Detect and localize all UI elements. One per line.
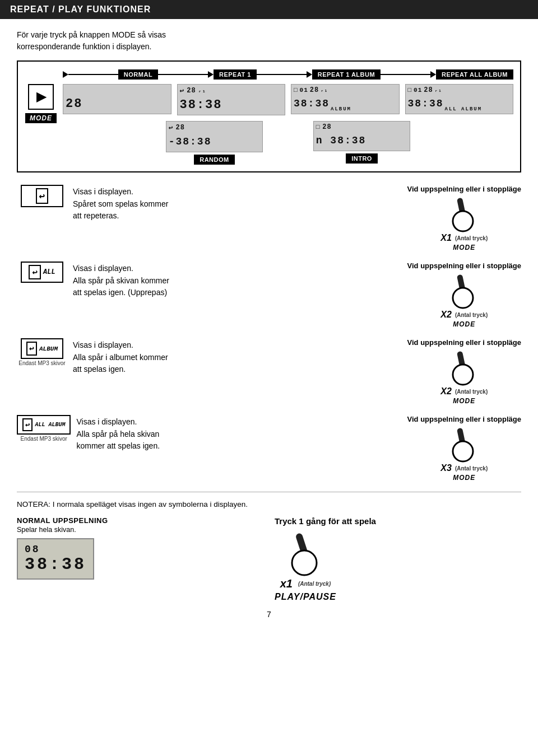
label-intro: INTRO — [346, 153, 378, 164]
play-knob-svg — [283, 531, 328, 576]
try-title: Tryck 1 gång för att spela — [275, 516, 376, 526]
icon-repeat1: ↩ — [21, 185, 63, 207]
feature-icon-1: ↩ ALL — [17, 262, 67, 283]
feature-icon-2: ↩ ALBUM Endast MP3 skivor — [17, 338, 67, 366]
repeat-sym-0: ↩ — [36, 188, 49, 204]
svg-point-7 — [453, 441, 473, 461]
svg-point-3 — [453, 288, 473, 308]
knob-group-0: X1 (Antal tryck) MODE — [440, 197, 488, 251]
feature-text-0: Visas i displayen. Spåret som spelas kom… — [73, 185, 402, 222]
normal-play-lcd: 08 38:38 — [17, 538, 94, 580]
album-text: ALBUM — [39, 346, 58, 352]
knob-antal-3: (Antal tryck) — [455, 465, 488, 472]
mode-arrow-box: ▶ — [28, 84, 54, 110]
feature-row-1: ↩ ALL Visas i displayen. Alla spår på sk… — [17, 262, 521, 328]
play-pause-label: PLAY/PAUSE — [275, 592, 336, 602]
vid-label-3: Vid uppspelning eller i stoppläge — [407, 415, 521, 423]
flow-line-1 — [68, 74, 118, 75]
feature-mode-2: Vid uppspelning eller i stoppläge X2 (An… — [407, 338, 521, 405]
disp-random: ↩ 28 -38:38 RANDOM — [166, 121, 263, 165]
disp-repeat1album: □01 28 ᵣ₁ 38:38ALBUM — [291, 84, 400, 114]
disp-normal: 28 — [63, 84, 171, 114]
lcd-normal-main: 28 — [66, 95, 169, 112]
vid-label-1: Vid uppspelning eller i stoppläge — [407, 262, 521, 270]
vid-label-0: Vid uppspelning eller i stoppläge — [407, 185, 521, 193]
mode-knob-svg-0 — [447, 197, 481, 232]
bottom-modes-row: ↩ 28 -38:38 RANDOM — [63, 121, 513, 165]
page-number: 7 — [17, 610, 521, 619]
top-flow-row: NORMAL REPEAT 1 REPEAT 1 ALBUM REPEAT AL… — [63, 69, 513, 80]
label-repeat1: REPEAT 1 — [214, 69, 257, 80]
lcd-rnd-top: ↩ 28 — [169, 123, 261, 132]
repeat-sym-2: ↩ — [26, 342, 37, 356]
mode-diagram: ▶ MODE NORMAL REPEAT 1 REPEAT 1 ALBUM — [17, 60, 521, 172]
knob-group-3: X3 (Antal tryck) MODE — [440, 427, 488, 482]
intro-text: För varje tryck på knappen MODE så visas… — [17, 29, 521, 53]
normal-lcd-time: 38:38 — [25, 555, 86, 574]
normal-play-sub: Spelar hela skivan. — [17, 526, 263, 534]
lcd-int-main: n 38:38 — [316, 132, 408, 149]
notera-text: NOTERA: I normala spelläget visas ingen … — [17, 500, 521, 508]
knob-x-0: X1 — [440, 233, 452, 243]
mode-knob-svg-2 — [447, 350, 481, 386]
knob-group-1: X2 (Antal tryck) MODE — [440, 273, 488, 328]
knob-antal-2: (Antal tryck) — [455, 389, 488, 395]
svg-point-9 — [292, 550, 317, 575]
page-header: REPEAT / PLAY FUNKTIONER — [0, 0, 538, 19]
repeat-sym-3: ↩ — [22, 418, 33, 431]
lcd-normal-top — [66, 86, 169, 94]
mode-label: MODE — [25, 113, 57, 123]
page-title: REPEAT / PLAY FUNKTIONER — [10, 4, 151, 14]
label-repeatallalbum: REPEAT ALL ALBUM — [436, 69, 513, 80]
feature-mode-0: Vid uppspelning eller i stoppläge X1 (An… — [407, 185, 521, 251]
play-x1: x1 — [280, 577, 293, 590]
repeat-sym-1: ↩ — [29, 265, 41, 279]
allalbum-text: ALL ALBUM — [35, 422, 65, 428]
normal-play-title: NORMAL UPPSPELNING — [17, 516, 263, 525]
mode-icon-col: ▶ MODE — [25, 84, 57, 123]
bottom-two-col: NORMAL UPPSPELNING Spelar hela skivan. 0… — [17, 516, 521, 602]
intro-line2: korresponderande funktion i displayen. — [17, 42, 152, 51]
lcd-r1-top: ↩ 28 ᵣ₁ — [180, 86, 283, 95]
knob-mode-label-2: MODE — [453, 397, 475, 405]
feature-text-1: Visas i displayen. Alla spår på skivan k… — [73, 262, 402, 299]
feature-text-3: Visas i displayen. Alla spår på hela ski… — [76, 415, 401, 452]
knob-antal-0: (Antal tryck) — [455, 235, 488, 241]
repeat-all-text: ALL — [43, 268, 55, 276]
normal-play-col: NORMAL UPPSPELNING Spelar hela skivan. 0… — [17, 516, 263, 580]
section-divider — [17, 492, 521, 492]
disp-repeatallalbum: □01 28 ᵣ₁ 38:38ALL ALBUM — [405, 84, 514, 114]
icon-album: ↩ ALBUM — [21, 338, 63, 359]
feature-icon-3: ↩ ALL ALBUM Endast MP3 skivor — [17, 415, 71, 442]
normal-lcd-track: 08 — [25, 544, 86, 555]
lcd-int-top: □ 28 — [316, 123, 408, 131]
play-knob-wrap: x1 (Antal tryck) PLAY/PAUSE — [275, 531, 336, 602]
svg-point-5 — [453, 365, 473, 385]
disp-intro: □ 28 n 38:38 INTRO — [313, 121, 411, 165]
lcd-r1a-main: 38:38ALBUM — [294, 95, 397, 112]
feature-mode-3: Vid uppspelning eller i stoppläge X3 (An… — [407, 415, 521, 482]
label-repeat1album: REPEAT 1 ALBUM — [312, 69, 381, 80]
svg-point-1 — [453, 211, 473, 231]
features-area: ↩ Visas i displayen. Spåret som spelas k… — [17, 185, 521, 482]
label-random: RANDOM — [194, 155, 235, 165]
knob-antal-1: (Antal tryck) — [455, 312, 488, 318]
feature-mode-1: Vid uppspelning eller i stoppläge X2 (An… — [407, 262, 521, 328]
lcd-r1-main: 38:38 — [180, 96, 283, 113]
feature-row-2: ↩ ALBUM Endast MP3 skivor Visas i displa… — [17, 338, 521, 405]
feature-icon-0: ↩ — [17, 185, 67, 207]
feature-row-3: ↩ ALL ALBUM Endast MP3 skivor Visas i di… — [17, 415, 521, 482]
label-normal: NORMAL — [118, 69, 158, 80]
feature-icon-sub-3: Endast MP3 skivor — [21, 436, 67, 442]
vid-label-2: Vid uppspelning eller i stoppläge — [407, 338, 521, 347]
try-section-col: Tryck 1 gång för att spela x1 (Antal try… — [275, 516, 521, 602]
knob-mode-label-1: MODE — [453, 320, 475, 328]
play-arrow-icon: ▶ — [36, 90, 46, 104]
lcd-r1a-top: □01 28 ᵣ₁ — [294, 86, 397, 94]
play-antal: (Antal tryck) — [298, 581, 331, 587]
knob-x-3: X3 — [440, 463, 452, 473]
start-arrow — [63, 71, 68, 78]
mode-knob-svg-1 — [447, 273, 481, 309]
knob-x-2: X2 — [440, 386, 452, 396]
feature-icon-sub-2: Endast MP3 skivor — [18, 360, 65, 366]
